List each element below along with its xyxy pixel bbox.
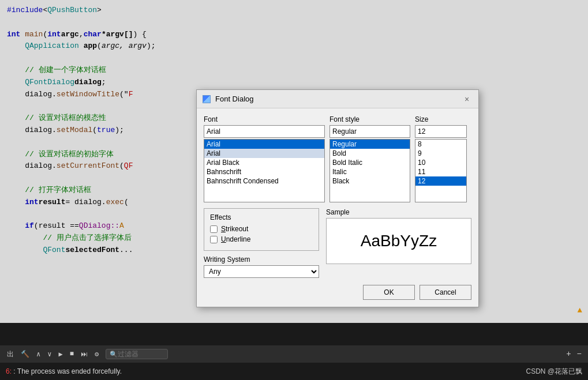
font-input[interactable] (204, 125, 325, 138)
font-list-item-bahnschrift-condensed[interactable]: Bahnschrift Condensed (204, 176, 324, 186)
dialog-top-row: Font Arial Arial Arial Black Bahnschrift… (204, 115, 471, 202)
dialog-body: Font Arial Arial Arial Black Bahnschrift… (197, 108, 478, 307)
size-column: Size 8 9 10 11 12 (415, 115, 467, 202)
strikeout-label: Strikeout (221, 225, 248, 233)
style-list-regular[interactable]: Regular (330, 140, 410, 149)
dialog-title: Font Dialog (215, 95, 456, 103)
dialog-close-button[interactable]: × (461, 93, 473, 105)
dialog-title-icon (203, 95, 211, 103)
size-listbox[interactable]: 8 9 10 11 12 (415, 139, 467, 202)
font-column: Font Arial Arial Arial Black Bahnschrift… (204, 115, 325, 202)
filter-input[interactable] (118, 350, 164, 358)
filter-input-wrap: 🔍 (106, 349, 168, 359)
style-list-bold-italic[interactable]: Bold Italic (330, 158, 410, 167)
style-list-black[interactable]: Black (330, 176, 410, 186)
font-column-label: Font (204, 115, 325, 123)
step-icon[interactable]: ⏭ (78, 349, 90, 360)
font-list-item-arial[interactable]: Arial (204, 149, 324, 158)
writing-system-label: Writing System (204, 255, 319, 264)
bottom-toolbar: 出 🔨 ∧ ∨ ▶ ■ ⏭ ⚙ 🔍 + − (0, 345, 588, 363)
style-input[interactable] (329, 125, 410, 138)
settings-icon[interactable]: ⚙ (92, 349, 101, 360)
strikeout-checkbox[interactable] (210, 225, 218, 233)
size-list-12[interactable]: 12 (415, 176, 466, 186)
font-dialog: Font Dialog × Font Arial Arial Arial Bla… (196, 89, 479, 307)
status-message: : The process was ended forcefully. (13, 367, 122, 375)
size-list-11[interactable]: 11 (415, 167, 466, 176)
style-column: Font style Regular Bold Bold Italic Ital… (329, 115, 410, 202)
minus-button[interactable]: − (575, 349, 583, 359)
play-icon[interactable]: ▶ (56, 349, 65, 360)
search-icon: 🔍 (110, 351, 118, 358)
dialog-bottom-row: Effects Strikeout Underline Writing Syst… (204, 208, 471, 278)
effects-box: Effects Strikeout Underline (204, 208, 319, 251)
cancel-button[interactable]: Cancel (420, 285, 471, 300)
sample-label: Sample (326, 208, 471, 216)
font-listbox[interactable]: Arial Arial Arial Black Bahnschrift Bahn… (204, 139, 325, 202)
plus-button[interactable]: + (564, 349, 572, 359)
status-bar: 6: : The process was ended forcefully. C… (0, 363, 588, 380)
toolbar-plus-minus: + − (564, 349, 583, 359)
status-text: 6: : The process was ended forcefully. (6, 367, 122, 375)
style-list-bold[interactable]: Bold (330, 149, 410, 158)
underline-label-text: Underline (221, 235, 250, 243)
size-list-9[interactable]: 9 (415, 149, 466, 158)
style-listbox[interactable]: Regular Bold Bold Italic Italic Black (329, 139, 410, 202)
writing-system-select[interactable]: Any (204, 265, 319, 278)
style-list-italic[interactable]: Italic (330, 167, 410, 176)
font-list-item-arial-selected[interactable]: Arial (204, 140, 324, 149)
writing-system-section: Writing System Any (204, 255, 319, 278)
effects-label: Effects (210, 213, 313, 221)
font-list-item-arial-black[interactable]: Arial Black (204, 158, 324, 167)
strikeout-item: Strikeout (210, 225, 313, 233)
dialog-buttons: OK Cancel (204, 285, 471, 300)
size-column-label: Size (415, 115, 467, 123)
sample-box: AaBbYyZz (326, 218, 471, 264)
process-label: 6: (6, 367, 12, 375)
size-input[interactable] (415, 125, 467, 138)
style-column-label: Font style (329, 115, 410, 123)
build-icon[interactable]: 🔨 (18, 349, 32, 360)
watermark: CSDN @花落已飘 (526, 367, 582, 377)
font-list-item-bahnschrift[interactable]: Bahnschrift (204, 167, 324, 176)
sample-text: AaBbYyZz (361, 232, 437, 250)
effects-section: Effects Strikeout Underline Writing Syst… (204, 208, 319, 278)
dialog-titlebar: Font Dialog × (197, 90, 478, 108)
underline-checkbox[interactable] (210, 236, 218, 243)
down-arrow-icon[interactable]: ∨ (45, 349, 54, 360)
size-list-10[interactable]: 10 (415, 158, 466, 167)
sample-section: Sample AaBbYyZz (326, 208, 471, 278)
output-icon[interactable]: 出 (5, 348, 16, 360)
stop-icon[interactable]: ■ (68, 349, 76, 359)
ok-button[interactable]: OK (363, 285, 415, 300)
size-list-8[interactable]: 8 (415, 140, 466, 149)
up-arrow-icon[interactable]: ∧ (34, 349, 43, 360)
underline-item: Underline (210, 235, 313, 243)
